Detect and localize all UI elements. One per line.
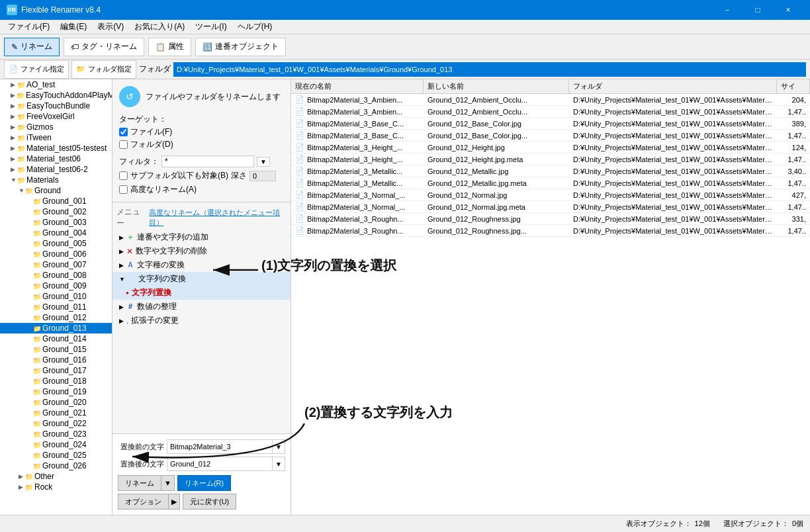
- tree-item-ground013[interactable]: 📁 Ground_013: [0, 323, 112, 333]
- tree-item-materials[interactable]: ▼ 📁 Materials: [0, 175, 112, 185]
- menu-favorites[interactable]: お気に入り(A): [129, 21, 190, 32]
- tree-item-ground002[interactable]: 📁 Ground_002: [0, 206, 112, 217]
- tree-item-ground020[interactable]: 📁 Ground_020: [0, 397, 112, 408]
- menu-item-serial[interactable]: ▶ ＋ 連番や文字列の追加: [112, 230, 291, 244]
- table-row[interactable]: 📄 Bitmap2Material_3_Ambien... Ground_012…: [291, 106, 810, 118]
- after-input[interactable]: [167, 457, 273, 471]
- menu-edit[interactable]: 編集(E): [55, 21, 92, 32]
- tab-tag-rename[interactable]: 🏷 タグ・リネーム: [64, 38, 144, 56]
- tree-item-ground009[interactable]: 📁 Ground_009: [0, 281, 112, 291]
- tree-item-ground014[interactable]: 📁 Ground_014: [0, 333, 112, 344]
- tree-item-ground001[interactable]: 📁 Ground_001: [0, 196, 112, 206]
- tree-item-easytouch[interactable]: ▶ 📁 EasyTouchAddon4PlayM: [0, 90, 112, 101]
- options-button[interactable]: オプション: [118, 494, 168, 510]
- folder-checkbox-row: フォルダ(D): [119, 139, 284, 150]
- col-size[interactable]: サイ: [777, 79, 810, 93]
- tree-item-ground015[interactable]: 📁 Ground_015: [0, 344, 112, 355]
- table-row[interactable]: 📄 Bitmap2Material_3_Base_C... Ground_012…: [291, 130, 810, 142]
- tree-item-ground[interactable]: ▼ 📁 Ground: [0, 185, 112, 196]
- menu-item-number[interactable]: ▶ ＃ 数値の整理: [112, 300, 291, 314]
- tree-item-freevoxelgirl[interactable]: ▶ 📁 FreeVoxelGirl: [0, 111, 112, 122]
- tree-item-ground025[interactable]: 📁 Ground_025: [0, 450, 112, 461]
- tree-item-ground006[interactable]: 📁 Ground_006: [0, 249, 112, 259]
- tree-item-ground016[interactable]: 📁 Ground_016: [0, 355, 112, 365]
- table-row[interactable]: 📄 Bitmap2Material_3_Ambien... Ground_012…: [291, 94, 810, 106]
- table-row[interactable]: 📄 Bitmap2Material_3_Roughn... Ground_012…: [291, 213, 810, 225]
- tree-item-rock[interactable]: ▶ 📁 Rock: [0, 482, 112, 492]
- menu-item-ext[interactable]: ▶ . 拡張子の変更: [112, 314, 291, 328]
- menu-file[interactable]: ファイル(F): [3, 21, 55, 32]
- minimize-button[interactable]: －: [712, 0, 742, 20]
- tree-item-gizmos[interactable]: ▶ 📁 Gizmos: [0, 122, 112, 132]
- tree-item-ground023[interactable]: 📁 Ground_023: [0, 429, 112, 439]
- table-row[interactable]: 📄 Bitmap2Material_3_Roughn... Ground_012…: [291, 225, 810, 237]
- menu-tools[interactable]: ツール(I): [190, 21, 232, 32]
- tree-item-ao-test[interactable]: ▶ 📁 AO_test: [0, 79, 112, 90]
- file-specify-button[interactable]: 📄 ファイル指定: [4, 60, 69, 79]
- tree-item-ground019[interactable]: 📁 Ground_019: [0, 386, 112, 397]
- undo-button[interactable]: 元に戻す(U): [183, 494, 236, 510]
- rename-action-button[interactable]: リネーム: [118, 475, 161, 491]
- tree-item-ground005[interactable]: 📁 Ground_005: [0, 238, 112, 249]
- close-button[interactable]: ×: [773, 0, 803, 20]
- subfolder-label: サブフォルダ以下も対象(B): [130, 170, 228, 181]
- tree-item-ground011[interactable]: 📁 Ground_011: [0, 302, 112, 312]
- menu-item-replace[interactable]: ● 文字列置換: [112, 286, 291, 300]
- tree-item-ground026[interactable]: 📁 Ground_026: [0, 461, 112, 471]
- tree-item-ground024[interactable]: 📁 Ground_024: [0, 439, 112, 450]
- folder-specify-button[interactable]: 📁 フォルダ指定: [71, 60, 136, 79]
- tree-item-ground021[interactable]: 📁 Ground_021: [0, 408, 112, 418]
- menu-view[interactable]: 表示(V): [92, 21, 129, 32]
- maximize-button[interactable]: □: [742, 0, 773, 20]
- options-arrow[interactable]: ▶: [168, 494, 180, 510]
- tree-item-ground022[interactable]: 📁 Ground_022: [0, 418, 112, 429]
- col-current-name[interactable]: 現在の名前: [291, 79, 424, 93]
- table-row[interactable]: 📄 Bitmap2Material_3_Base_C... Ground_012…: [291, 118, 810, 130]
- tree-item-ground010[interactable]: 📁 Ground_010: [0, 291, 112, 302]
- tree-item-ground017[interactable]: 📁 Ground_017: [0, 365, 112, 376]
- table-row[interactable]: 📄 Bitmap2Material_3_Metallic... Ground_0…: [291, 165, 810, 177]
- tree-item-material06[interactable]: ▶ 📁 Material_test06: [0, 154, 112, 164]
- tree-item-material05[interactable]: ▶ 📁 Material_test05-testest: [0, 143, 112, 154]
- tree-item-ground003[interactable]: 📁 Ground_003: [0, 217, 112, 228]
- menu-item-chartype[interactable]: ▶ Ａ 文字種の変換: [112, 258, 291, 272]
- tree-item-easytouchbundle[interactable]: ▶ 📁 EasyTouchBundle: [0, 101, 112, 111]
- subfolder-checkbox[interactable]: [119, 171, 128, 180]
- col-new-name[interactable]: 新しい名前: [424, 79, 569, 93]
- rename-execute-button[interactable]: リネーム(R): [177, 475, 231, 491]
- tree-item-ground018[interactable]: 📁 Ground_018: [0, 376, 112, 386]
- tree-item-material06-2[interactable]: ▶ 📁 Material_test06-2: [0, 164, 112, 175]
- tab-rename[interactable]: ✎ リネーム: [4, 38, 60, 56]
- advanced-link[interactable]: 高度なリネーム（選択されたメニュー項目）: [149, 208, 287, 228]
- folder-checkbox[interactable]: [119, 140, 128, 149]
- before-dropdown-button[interactable]: ▼: [273, 439, 285, 454]
- menu-item-delete[interactable]: ▶ ✕ 数字や文字列の削除: [112, 244, 291, 258]
- table-row[interactable]: 📄 Bitmap2Material_3_Height_... Ground_01…: [291, 142, 810, 154]
- depth-input[interactable]: [249, 171, 276, 181]
- tree-item-ground004[interactable]: 📁 Ground_004: [0, 228, 112, 238]
- tab-attributes[interactable]: 📋 属性: [148, 38, 191, 56]
- tree-item-other[interactable]: ▶ 📁 Other: [0, 471, 112, 482]
- tree-item-ground008[interactable]: 📁 Ground_008: [0, 270, 112, 281]
- table-row[interactable]: 📄 Bitmap2Material_3_Normal_... Ground_01…: [291, 201, 810, 213]
- table-row[interactable]: 📄 Bitmap2Material_3_Normal_... Ground_01…: [291, 189, 810, 201]
- filter-dropdown[interactable]: ▼: [257, 157, 270, 167]
- tree-item-itween[interactable]: ▶ 📁 iTween: [0, 132, 112, 143]
- tab-sequential[interactable]: 🔢 連番オブジェクト: [195, 38, 286, 56]
- path-input[interactable]: [173, 62, 806, 77]
- col-folder[interactable]: フォルダ: [569, 79, 777, 93]
- menu-help[interactable]: ヘルプ(H): [232, 21, 278, 32]
- filter-input[interactable]: [161, 155, 254, 167]
- chevron-right-icon: ▶: [11, 103, 16, 109]
- tree-item-ground007[interactable]: 📁 Ground_007: [0, 259, 112, 270]
- table-row[interactable]: 📄 Bitmap2Material_3_Metallic... Ground_0…: [291, 177, 810, 189]
- file-cell-current: 📄 Bitmap2Material_3_Roughn...: [291, 213, 424, 224]
- menu-item-string[interactable]: ▼ 文字列の変換: [112, 272, 291, 286]
- after-dropdown-button[interactable]: ▼: [273, 457, 285, 471]
- table-row[interactable]: 📄 Bitmap2Material_3_Height_... Ground_01…: [291, 154, 810, 165]
- before-input[interactable]: [167, 439, 273, 454]
- tree-item-ground012[interactable]: 📁 Ground_012: [0, 312, 112, 323]
- file-checkbox[interactable]: [119, 128, 128, 136]
- rename-action-arrow[interactable]: ▼: [161, 475, 175, 491]
- advanced-checkbox[interactable]: [119, 185, 128, 194]
